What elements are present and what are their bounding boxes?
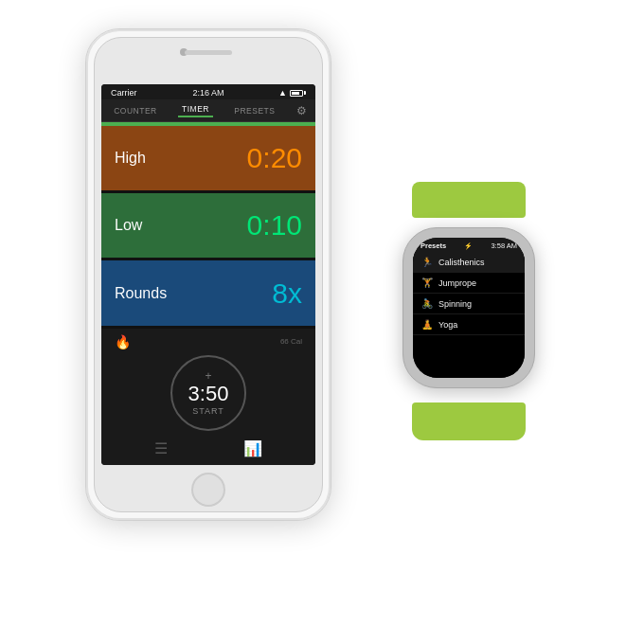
watch-status-bar: Presets ⚡ 3:58 AM (413, 238, 525, 252)
list-icon[interactable]: ☰ (154, 439, 168, 457)
flame-icon: 🔥 (115, 334, 131, 349)
tab-counter[interactable]: COUNTER (110, 106, 161, 116)
high-label: High (115, 150, 146, 167)
iphone-screen: Carrier 2:16 AM ▲ COUNTER TIMER PRESETS … (101, 84, 315, 465)
home-button[interactable] (191, 473, 225, 507)
rounds-row[interactable]: Rounds 8x (101, 260, 315, 325)
bottom-area: 🔥 66 Cal + 3:50 START ☰ 📊 (101, 329, 315, 465)
low-label: Low (115, 217, 142, 234)
battery-icon (290, 90, 306, 97)
bar-chart-icon[interactable]: 📊 (243, 439, 262, 457)
watch-screen: Presets ⚡ 3:58 AM 🏃 Calisthenics 🏋 Jumpr… (413, 238, 525, 378)
scene: Carrier 2:16 AM ▲ COUNTER TIMER PRESETS … (0, 0, 644, 644)
watch-item-spinning[interactable]: 🚴 Spinning (413, 294, 525, 314)
wifi-icon: ▲ (278, 88, 287, 98)
low-value: 0:10 (247, 209, 302, 242)
iphone-speaker (185, 50, 232, 55)
watch-band-top (412, 182, 526, 218)
plus-icon: + (205, 370, 211, 382)
low-row[interactable]: Low 0:10 (101, 193, 315, 258)
start-button[interactable]: + 3:50 START (170, 355, 246, 431)
watch-item-calisthenics[interactable]: 🏃 Calisthenics (413, 252, 525, 273)
spinning-label: Spinning (438, 299, 472, 309)
high-value: 0:20 (247, 142, 302, 174)
tab-timer[interactable]: TIMER (178, 104, 213, 117)
rounds-label: Rounds (115, 285, 167, 302)
yoga-label: Yoga (438, 320, 457, 330)
start-label: START (192, 406, 224, 416)
calories-label: 66 Cal (280, 337, 302, 346)
watch-band-bottom (412, 402, 526, 440)
status-time: 2:16 AM (192, 88, 224, 98)
watch-item-jumprope[interactable]: 🏋 Jumprope (413, 273, 525, 294)
yoga-icon: 🧘 (420, 319, 434, 330)
bottom-nav-icons: ☰ 📊 (101, 439, 315, 457)
watch-time: 3:58 AM (491, 242, 517, 250)
status-right: ▲ (278, 88, 306, 98)
status-bar: Carrier 2:16 AM ▲ (101, 84, 315, 99)
jumprope-label: Jumprope (438, 278, 476, 288)
watch-bolt-icon: ⚡ (464, 242, 473, 250)
gear-icon[interactable]: ⚙ (296, 104, 307, 117)
apple-watch: Presets ⚡ 3:58 AM 🏃 Calisthenics 🏋 Jumpr… (388, 208, 549, 412)
watch-title: Presets (420, 242, 446, 250)
spinning-icon: 🚴 (420, 298, 434, 309)
calisthenics-icon: 🏃 (420, 257, 434, 267)
watch-item-yoga[interactable]: 🧘 Yoga (413, 314, 525, 335)
start-time: 3:50 (188, 384, 229, 404)
watch-body: Presets ⚡ 3:58 AM 🏃 Calisthenics 🏋 Jumpr… (402, 227, 535, 388)
high-row[interactable]: High 0:20 (101, 126, 315, 190)
carrier-label: Carrier (111, 88, 137, 98)
calisthenics-label: Calisthenics (438, 258, 485, 267)
watch-list: 🏃 Calisthenics 🏋 Jumprope 🚴 Spinning 🧘 Y… (413, 252, 525, 378)
rounds-value: 8x (272, 277, 302, 310)
bottom-icons: 🔥 66 Cal (101, 334, 315, 349)
iphone: Carrier 2:16 AM ▲ COUNTER TIMER PRESETS … (85, 28, 331, 521)
tab-presets[interactable]: PRESETS (230, 106, 278, 116)
jumprope-icon: 🏋 (420, 277, 434, 288)
nav-tabs: COUNTER TIMER PRESETS ⚙ (101, 99, 315, 122)
